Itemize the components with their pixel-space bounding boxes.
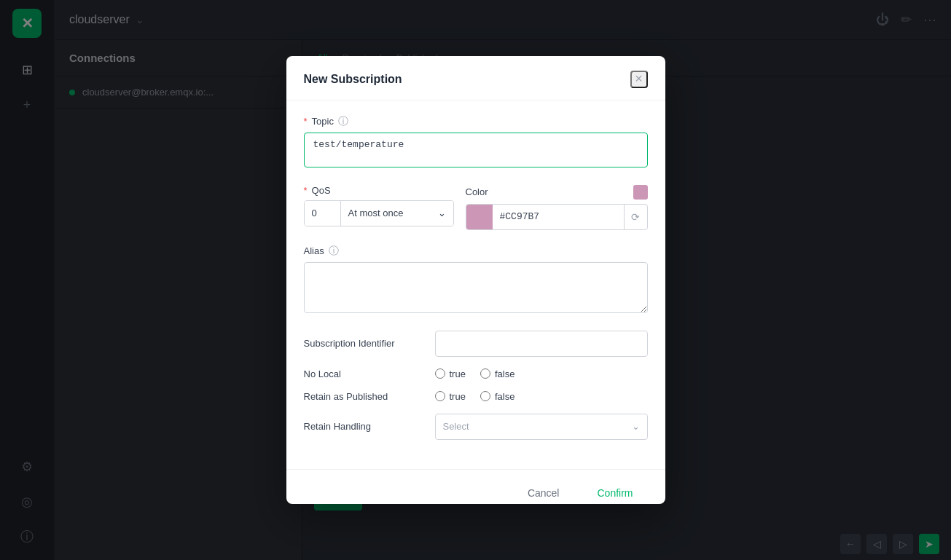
topic-field-group: * Topic ⓘ test/temperature	[304, 115, 648, 170]
qos-dropdown[interactable]: At most once ⌄	[341, 201, 453, 226]
retain-handling-select[interactable]: Select ⌄	[435, 414, 648, 440]
no-local-false-radio[interactable]	[480, 368, 490, 379]
qos-group: * QoS At most once ⌄	[304, 185, 454, 230]
qos-number-input[interactable]	[305, 201, 341, 226]
color-group: Color ⟳	[466, 185, 648, 230]
no-local-true-radio[interactable]	[435, 368, 445, 379]
qos-selector: At most once ⌄	[304, 200, 454, 226]
dialog-footer: Cancel Confirm	[286, 469, 665, 504]
subscription-id-label: Subscription Identifier	[304, 338, 435, 349]
subscription-id-row: Subscription Identifier	[304, 331, 648, 357]
topic-label: * Topic ⓘ	[304, 115, 648, 128]
retain-handling-label: Retain Handling	[304, 421, 435, 432]
qos-color-row: * QoS At most once ⌄ Color	[304, 185, 648, 230]
chevron-down-icon: ⌄	[438, 208, 446, 218]
no-local-options: true false	[435, 368, 515, 379]
retain-handling-row: Retain Handling Select ⌄	[304, 414, 648, 440]
no-local-label: No Local	[304, 368, 435, 379]
dialog-close-button[interactable]: ×	[630, 71, 648, 88]
confirm-button[interactable]: Confirm	[582, 481, 647, 504]
no-local-row: No Local true false	[304, 368, 648, 379]
retain-published-true-option[interactable]: true	[435, 391, 466, 402]
qos-label: * QoS	[304, 185, 454, 196]
retain-published-label: Retain as Published	[304, 391, 435, 402]
retain-published-row: Retain as Published true false	[304, 391, 648, 402]
alias-info-icon[interactable]: ⓘ	[329, 245, 339, 258]
color-refresh-icon[interactable]: ⟳	[624, 204, 647, 230]
retain-published-false-radio[interactable]	[480, 391, 490, 401]
dialog-body: * Topic ⓘ test/temperature * QoS	[286, 100, 665, 469]
retain-published-options: true false	[435, 391, 515, 402]
dialog-header: New Subscription ×	[286, 56, 665, 100]
dialog-title: New Subscription	[304, 73, 402, 86]
color-label: Color	[466, 185, 648, 200]
topic-input[interactable]: test/temperature	[304, 133, 648, 167]
retain-handling-chevron-icon: ⌄	[632, 421, 640, 432]
color-swatch-button[interactable]	[466, 204, 493, 230]
topic-info-icon[interactable]: ⓘ	[338, 115, 348, 128]
retain-published-false-option[interactable]: false	[480, 391, 514, 402]
color-input-row: ⟳	[466, 204, 648, 230]
subscription-id-input[interactable]	[435, 331, 648, 357]
no-local-true-option[interactable]: true	[435, 368, 466, 379]
alias-field-group: Alias ⓘ	[304, 245, 648, 316]
color-preview	[633, 185, 648, 200]
alias-input[interactable]	[304, 262, 648, 313]
no-local-false-option[interactable]: false	[480, 368, 514, 379]
modal-overlay: New Subscription × * Topic ⓘ test/temper…	[0, 0, 951, 560]
retain-published-true-radio[interactable]	[435, 391, 445, 401]
new-subscription-dialog: New Subscription × * Topic ⓘ test/temper…	[286, 56, 665, 504]
color-hex-input[interactable]	[493, 211, 624, 222]
cancel-button[interactable]: Cancel	[513, 481, 574, 504]
alias-label: Alias ⓘ	[304, 245, 648, 258]
